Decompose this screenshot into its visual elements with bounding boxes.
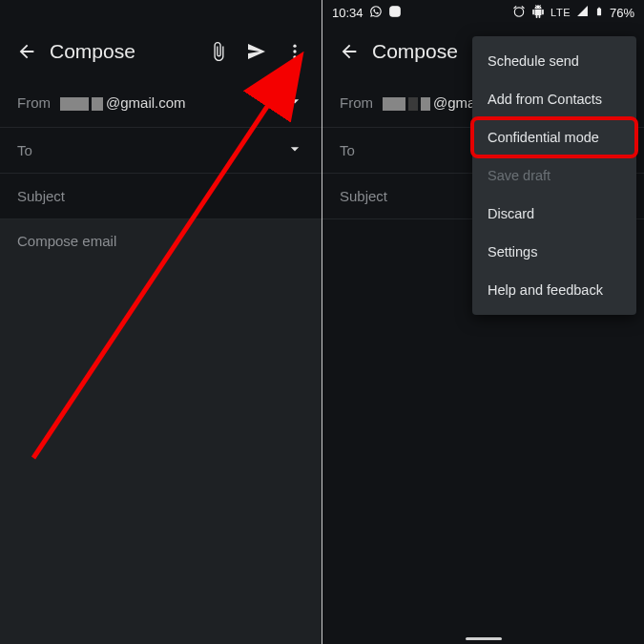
back-button[interactable]	[330, 32, 368, 71]
overflow-menu: Schedule send Add from Contacts Confiden…	[472, 36, 636, 315]
from-email: @gmail.com	[106, 94, 186, 111]
instagram-icon	[388, 5, 402, 21]
alarm-icon	[512, 5, 526, 21]
svg-point-1	[293, 50, 296, 52]
from-redacted	[60, 94, 106, 111]
signal-icon	[576, 5, 589, 20]
gesture-nav-pill	[466, 637, 502, 640]
whatsapp-icon	[369, 5, 383, 21]
compose-title: Compose	[50, 40, 199, 63]
menu-discard[interactable]: Discard	[472, 195, 636, 233]
menu-save-draft: Save draft	[472, 156, 636, 195]
from-redacted	[383, 94, 433, 111]
compose-toolbar: Compose	[0, 25, 322, 78]
status-bar: 10:34 LTE	[322, 0, 644, 25]
compose-body[interactable]: Compose email	[0, 219, 322, 644]
body-placeholder: Compose email	[17, 233, 116, 249]
chevron-down-icon	[285, 139, 304, 161]
subject-label: Subject	[17, 188, 65, 204]
to-label: To	[340, 142, 355, 158]
from-row[interactable]: From @gmail.com	[0, 78, 322, 128]
subject-row[interactable]: Subject	[0, 174, 322, 219]
attach-button[interactable]	[199, 32, 238, 71]
svg-point-2	[293, 55, 296, 58]
svg-point-5	[397, 8, 398, 9]
more-options-button[interactable]	[276, 32, 314, 71]
phone-left: Compose From @gmail.com To	[0, 0, 322, 644]
send-button[interactable]	[238, 32, 276, 71]
phone-right: 10:34 LTE	[322, 0, 644, 644]
from-label: From	[340, 94, 373, 111]
android-debug-icon	[531, 5, 545, 21]
to-row[interactable]: To	[0, 128, 322, 174]
menu-add-from-contacts[interactable]: Add from Contacts	[472, 80, 636, 118]
status-battery: 76%	[610, 6, 634, 20]
battery-icon	[594, 5, 604, 21]
back-button[interactable]	[8, 32, 46, 71]
status-bar	[0, 0, 322, 25]
svg-point-0	[293, 45, 296, 48]
from-label: From	[17, 94, 51, 111]
svg-point-4	[392, 9, 397, 13]
status-lte: LTE	[551, 7, 571, 18]
status-time: 10:34	[332, 6, 364, 20]
subject-label: Subject	[340, 188, 387, 204]
to-label: To	[17, 142, 32, 158]
menu-help-feedback[interactable]: Help and feedback	[472, 271, 636, 309]
chevron-down-icon	[285, 92, 304, 114]
menu-schedule-send[interactable]: Schedule send	[472, 42, 636, 80]
menu-settings[interactable]: Settings	[472, 233, 636, 271]
menu-confidential-mode[interactable]: Confidential mode	[472, 118, 636, 156]
